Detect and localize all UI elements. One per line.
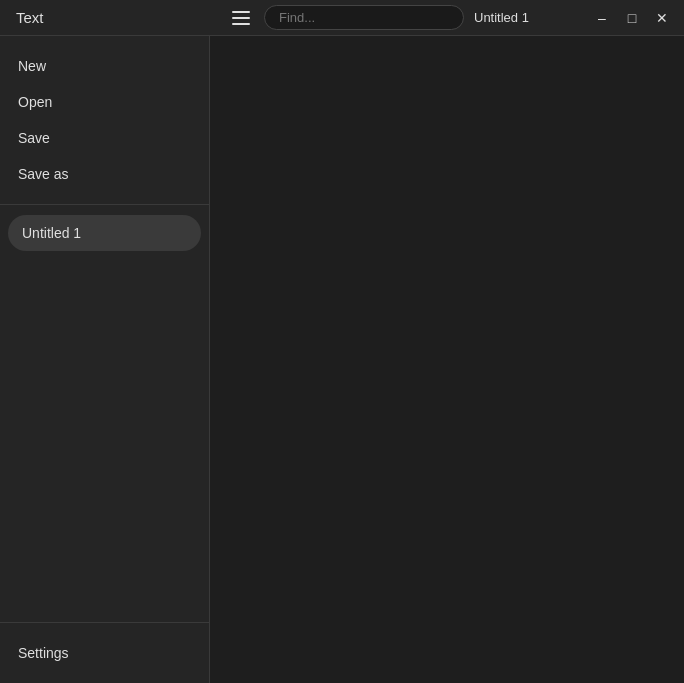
file-item-untitled-1[interactable]: Untitled 1	[8, 215, 201, 251]
hamburger-line-2	[232, 17, 250, 19]
find-input-wrapper	[264, 5, 464, 30]
editor-area[interactable]	[210, 36, 684, 683]
active-tab-title: Untitled 1	[474, 10, 529, 25]
main-layout: New Open Save Save as Untitled 1 Setting…	[0, 36, 684, 683]
close-button[interactable]: ✕	[648, 4, 676, 32]
app-title: Text	[8, 9, 44, 26]
app-container: Text Untitled 1 – □ ✕ New Open Save	[0, 0, 684, 683]
sidebar-files: Untitled 1	[0, 205, 209, 622]
maximize-button[interactable]: □	[618, 4, 646, 32]
find-input[interactable]	[264, 5, 464, 30]
hamburger-line-3	[232, 23, 250, 25]
minimize-button[interactable]: –	[588, 4, 616, 32]
title-bar: Text Untitled 1 – □ ✕	[0, 0, 684, 36]
hamburger-button[interactable]	[228, 7, 254, 29]
title-bar-right: – □ ✕	[588, 4, 676, 32]
menu-item-new[interactable]: New	[0, 48, 209, 84]
hamburger-line-1	[232, 11, 250, 13]
title-bar-left: Text	[8, 9, 218, 26]
menu-item-save[interactable]: Save	[0, 120, 209, 156]
menu-item-open[interactable]: Open	[0, 84, 209, 120]
sidebar-menu: New Open Save Save as	[0, 36, 209, 205]
menu-item-save-as[interactable]: Save as	[0, 156, 209, 192]
sidebar: New Open Save Save as Untitled 1 Setting…	[0, 36, 210, 683]
settings-button[interactable]: Settings	[0, 635, 209, 671]
sidebar-bottom: Settings	[0, 622, 209, 683]
title-bar-middle: Untitled 1	[218, 5, 588, 30]
